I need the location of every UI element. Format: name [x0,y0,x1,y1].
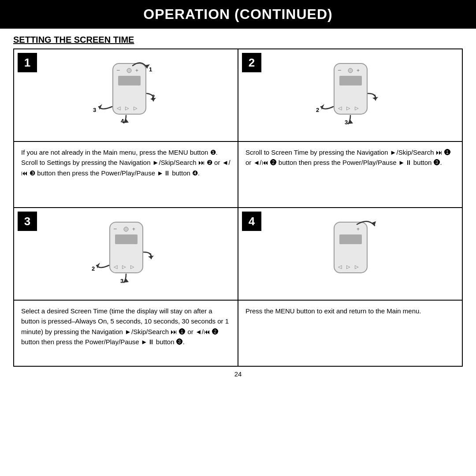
svg-text:3: 3 [345,119,348,126]
svg-point-33 [124,227,128,231]
svg-text:▷: ▷ [346,105,350,111]
svg-text:▷: ▷ [134,105,138,111]
svg-text:◁: ◁ [338,105,342,111]
svg-text:+: + [357,226,360,232]
step4-diagram: + ◁ ▷ ▷ [306,213,394,295]
svg-text:▷: ▷ [125,105,129,111]
step2-badge: 2 [242,53,261,72]
svg-text:−: − [116,67,120,74]
step4-text: Press the MENU button to exit and return… [238,301,463,367]
step1-diagram: − + ◁ ▷ ▷ 1 2 3 4 [82,55,170,136]
step3-text: Select a desired Screen Time (time the d… [14,301,238,367]
svg-text:1: 1 [149,66,152,73]
step3-diagram: − + ◁ ▷ ▷ 1 2 3 [82,213,170,295]
svg-text:+: + [135,67,138,74]
step3-description: Select a desired Screen Time (time the d… [21,307,229,346]
svg-text:◁: ◁ [117,105,121,111]
svg-rect-17 [339,76,362,86]
step2-text: Scroll to Screen Time by pressing the Na… [238,142,463,208]
step1-description: If you are not already in the Main menu,… [21,149,231,177]
svg-text:3: 3 [93,107,96,113]
svg-text:▷: ▷ [130,264,134,269]
step2-image: 2 − + ◁ ▷ ▷ 1 2 3 [238,49,463,142]
svg-text:◁: ◁ [338,264,342,269]
svg-rect-45 [339,234,362,244]
step1-badge: 1 [18,53,37,72]
svg-text:2: 2 [316,107,319,113]
step3-badge: 3 [18,212,37,231]
svg-text:3: 3 [120,278,123,284]
svg-text:2: 2 [92,265,95,272]
instruction-grid: 1 − + ◁ ▷ ▷ 1 2 3 [13,48,463,367]
page-number: 24 [0,367,476,381]
svg-marker-11 [150,98,156,101]
svg-rect-1 [118,76,141,86]
step4-badge: 4 [242,212,261,231]
svg-point-19 [348,68,353,73]
page-header: OPERATION (CONTINUED) [0,0,476,29]
svg-rect-31 [115,234,138,244]
svg-text:−: − [113,225,117,232]
step1-text: If you are not already in the Main menu,… [14,142,238,208]
step2-description: Scroll to Screen Time by pressing the Na… [245,149,451,166]
svg-text:▷: ▷ [355,105,359,111]
svg-text:+: + [132,226,135,232]
svg-text:+: + [357,67,360,74]
step3-image: 3 − + ◁ ▷ ▷ 1 2 3 [14,208,238,301]
svg-text:▷: ▷ [346,264,350,269]
svg-text:▷: ▷ [355,264,359,269]
svg-text:−: − [338,67,341,74]
header-title: OPERATION (CONTINUED) [143,6,332,22]
step4-description: Press the MENU button to exit and return… [245,307,421,315]
section-title: SETTING THE SCREEN TIME [0,29,476,48]
step4-image: 4 + ◁ ▷ ▷ [238,208,463,301]
svg-point-3 [127,68,131,73]
step1-image: 1 − + ◁ ▷ ▷ 1 2 3 [14,49,238,142]
svg-text:▷: ▷ [122,264,126,269]
svg-text:◁: ◁ [114,264,118,269]
step2-diagram: − + ◁ ▷ ▷ 1 2 3 [306,55,394,136]
